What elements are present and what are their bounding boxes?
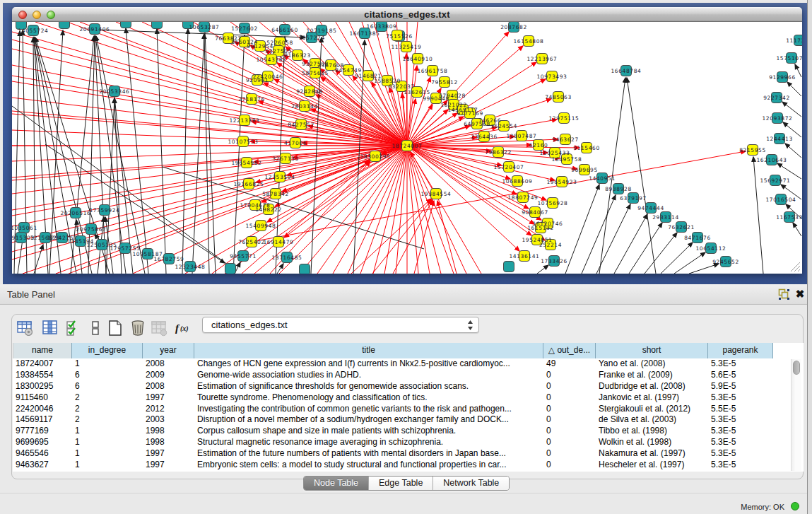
- graph-node[interactable]: [225, 264, 236, 274]
- table-cell[interactable]: Dudbridge et al. (2008): [596, 381, 708, 392]
- table-cell[interactable]: 5.6E-5: [708, 370, 773, 381]
- table-cell[interactable]: 6: [72, 381, 143, 392]
- table-row[interactable]: 1456911722003Disruption of a novel membe…: [13, 414, 804, 426]
- table-cell[interactable]: 0: [543, 381, 596, 392]
- table-cell[interactable]: Embryonic stem cells: a model to study s…: [194, 460, 543, 471]
- table-cell[interactable]: 18300295: [13, 381, 72, 392]
- table-cell[interactable]: 1: [72, 460, 143, 471]
- tab-node-table[interactable]: Node Table: [304, 477, 369, 490]
- table-cell[interactable]: Corpus callosum shape and size in male p…: [194, 426, 543, 437]
- table-cell[interactable]: 2003: [143, 414, 194, 426]
- table-cell[interactable]: 2: [72, 392, 143, 404]
- table-row[interactable]: 946362711997Embryonic stem cells: a mode…: [13, 460, 804, 471]
- table-cell[interactable]: Changes of HCN gene expression and I(f) …: [194, 358, 543, 370]
- column-header-year[interactable]: year: [143, 343, 194, 358]
- network-canvas[interactable]: 1405572420691406106532871527602646616010…: [12, 22, 802, 274]
- table-cell[interactable]: 0: [543, 404, 596, 415]
- graph-edge[interactable]: [753, 157, 763, 274]
- column-header-pagerank[interactable]: pagerank: [708, 343, 773, 358]
- table-cell[interactable]: 0: [543, 414, 596, 426]
- graph-node[interactable]: [121, 22, 131, 28]
- graph-edge[interactable]: [629, 223, 662, 274]
- table-cell[interactable]: 0: [543, 460, 596, 471]
- table-cell[interactable]: Hescheler et al. (1997): [596, 460, 708, 471]
- graph-edge[interactable]: [233, 35, 245, 274]
- table-cell[interactable]: 6: [72, 370, 143, 381]
- table-cell[interactable]: 1: [72, 437, 143, 448]
- graph-edge[interactable]: [373, 146, 407, 274]
- table-cell[interactable]: 14569117: [13, 414, 72, 426]
- table-cell[interactable]: 9777169: [13, 426, 72, 437]
- table-cell[interactable]: 5.3E-5: [708, 448, 773, 460]
- tab-edge-table[interactable]: Edge Table: [369, 477, 433, 490]
- table-row[interactable]: 946554611997Estimation of the future num…: [13, 448, 804, 460]
- row-height-icon[interactable]: [87, 320, 104, 337]
- table-cell[interactable]: 9463627: [13, 460, 72, 471]
- table-row[interactable]: 977716911998Corpus callosum shape and si…: [13, 426, 804, 437]
- show-columns-icon[interactable]: [42, 320, 59, 337]
- table-cell[interactable]: Estimation of significance thresholds fo…: [194, 381, 543, 392]
- table-cell[interactable]: 0: [543, 437, 596, 448]
- graph-node[interactable]: [59, 22, 70, 29]
- table-cell[interactable]: Estimation of the future numbers of pati…: [194, 448, 543, 460]
- column-header-out_de[interactable]: △ out_de...: [543, 343, 596, 358]
- graph-edge[interactable]: [614, 214, 647, 274]
- table-cell[interactable]: 1998: [143, 437, 194, 448]
- table-cell[interactable]: Yano et al. (2008): [596, 358, 708, 370]
- column-header-in_degree[interactable]: in_degree: [72, 343, 143, 358]
- graph-edge[interactable]: [12, 146, 407, 243]
- table-cell[interactable]: 0: [543, 426, 596, 437]
- table-cell[interactable]: 5.9E-5: [708, 381, 773, 392]
- table-cell[interactable]: Wolkin et al. (1998): [596, 437, 708, 448]
- select-all-icon[interactable]: [66, 320, 83, 337]
- table-cell[interactable]: 5.5E-5: [708, 404, 773, 415]
- table-cell[interactable]: 2012: [143, 404, 194, 415]
- table-cell[interactable]: 1: [72, 448, 143, 460]
- graph-edge[interactable]: [582, 195, 616, 274]
- column-header-name[interactable]: name: [13, 343, 72, 358]
- table-cell[interactable]: 5.3E-5: [708, 437, 773, 448]
- graph-edge[interactable]: [407, 146, 466, 274]
- table-row[interactable]: 2242004622012Investigating the contribut…: [13, 404, 804, 415]
- table-cell[interactable]: Genome-wide association studies in ADHD.: [194, 370, 543, 381]
- graph-edge[interactable]: [157, 29, 166, 274]
- graph-edge[interactable]: [284, 146, 407, 238]
- table-cell[interactable]: 1: [72, 358, 143, 370]
- table-cell[interactable]: 5.3E-5: [708, 426, 773, 437]
- table-cell[interactable]: 2: [72, 404, 143, 415]
- table-cell[interactable]: Tourette syndrome. Phenomenology and cla…: [194, 392, 543, 404]
- delete-column-icon[interactable]: [129, 320, 146, 337]
- table-cell[interactable]: Disruption of a novel member of a sodium…: [194, 414, 543, 426]
- table-row[interactable]: 969969511998Structural magnetic resonanc…: [13, 437, 804, 448]
- table-cell[interactable]: 1997: [143, 392, 194, 404]
- table-cell[interactable]: 1: [72, 426, 143, 437]
- graph-edge[interactable]: [95, 36, 126, 274]
- column-header-title[interactable]: title: [194, 343, 543, 358]
- table-cell[interactable]: 1997: [143, 448, 194, 460]
- table-cell[interactable]: Tibbo et al. (1998): [596, 426, 708, 437]
- tab-network-table[interactable]: Network Table: [433, 477, 509, 490]
- table-cell[interactable]: 18724007: [13, 358, 72, 370]
- graph-edge[interactable]: [351, 199, 431, 274]
- table-cell[interactable]: 19384554: [13, 370, 72, 381]
- table-cell[interactable]: 0: [543, 448, 596, 460]
- float-panel-icon[interactable]: [778, 288, 790, 300]
- table-cell[interactable]: 5.3E-5: [708, 414, 773, 426]
- table-cell[interactable]: 2008: [143, 358, 194, 370]
- graph-edge[interactable]: [596, 204, 630, 274]
- table-cell[interactable]: 9115460: [13, 392, 72, 404]
- graph-edge[interactable]: [565, 185, 599, 274]
- table-cell[interactable]: Investigating the contribution of common…: [194, 404, 543, 415]
- graph-edge[interactable]: [785, 144, 801, 158]
- table-cell[interactable]: 9699695: [13, 437, 72, 448]
- graph-edge[interactable]: [795, 64, 801, 77]
- table-cell[interactable]: Nakamura et al. (1997): [596, 448, 708, 460]
- table-cell[interactable]: 5.3E-5: [708, 460, 773, 471]
- table-cell[interactable]: 1997: [143, 460, 194, 471]
- column-header-short[interactable]: short: [596, 343, 708, 358]
- table-cell[interactable]: Structural magnetic resonance image aver…: [194, 437, 543, 448]
- table-cell[interactable]: 2008: [143, 381, 194, 392]
- function-builder-icon[interactable]: f(x): [175, 320, 196, 337]
- graph-edge[interactable]: [627, 78, 656, 274]
- new-column-icon[interactable]: [107, 320, 124, 337]
